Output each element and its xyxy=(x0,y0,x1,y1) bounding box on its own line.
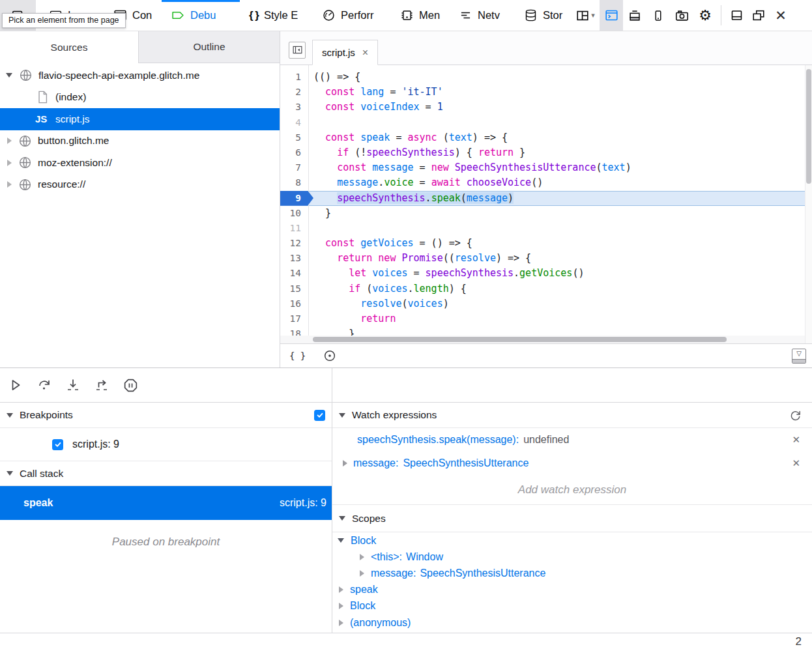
editor-tab-scriptjs[interactable]: script.js × xyxy=(312,40,378,65)
expander-open-icon[interactable] xyxy=(338,538,344,543)
line-number[interactable]: 6 xyxy=(280,145,308,160)
step-over-button[interactable] xyxy=(30,371,59,399)
expander-closed-icon[interactable] xyxy=(339,603,343,609)
device-button[interactable] xyxy=(646,0,670,31)
line-number[interactable]: 4 xyxy=(280,115,308,130)
layout-grid-button[interactable]: ▾ xyxy=(571,0,600,31)
expander-closed-icon[interactable] xyxy=(7,137,12,144)
breakpoint-item[interactable]: script.js: 9 xyxy=(0,428,332,461)
vertical-scroll-thumb[interactable] xyxy=(806,69,811,184)
callstack-frame-selected[interactable]: speak script.js: 9 xyxy=(0,486,332,520)
page-bottom-strip: 2 xyxy=(0,633,812,647)
breakpoints-header[interactable]: Breakpoints xyxy=(0,403,332,428)
debug-controls xyxy=(0,368,332,402)
step-in-button[interactable] xyxy=(59,371,87,399)
watch-expression-item[interactable]: speechSynthesis.speak(message): undefine… xyxy=(332,428,812,452)
scope-node-anonymous[interactable]: (anonymous) xyxy=(332,614,812,631)
sources-pane-tabs: Sources Outline xyxy=(0,31,280,63)
line-number[interactable]: 14 xyxy=(280,266,308,281)
source-tree-item-index[interactable]: (index) xyxy=(0,87,280,109)
split-console-button[interactable] xyxy=(600,0,623,31)
add-watch-expression[interactable]: Add watch expression xyxy=(332,475,812,505)
screenshot-button[interactable] xyxy=(670,0,693,31)
tab-network[interactable]: Netv xyxy=(450,0,515,31)
expander-closed-icon[interactable] xyxy=(343,460,347,467)
refresh-watch-button[interactable] xyxy=(789,409,802,422)
separate-window-button[interactable] xyxy=(747,0,770,31)
scopes-header[interactable]: Scopes xyxy=(332,505,812,532)
toggle-all-breakpoints-checkbox[interactable] xyxy=(314,410,325,421)
tab-debugger[interactable]: Debu xyxy=(162,0,240,31)
expander-closed-icon[interactable] xyxy=(339,586,343,593)
toolbar-separator xyxy=(721,5,721,25)
editor-vertical-scrollbar[interactable] xyxy=(805,65,812,343)
tab-style-editor[interactable]: { } Style E xyxy=(240,0,313,31)
scope-node-block2[interactable]: Block xyxy=(332,598,812,614)
editor-horizontal-scrollbar[interactable] xyxy=(280,336,805,343)
source-tree-item-resource[interactable]: resource:// xyxy=(0,174,280,196)
tab-outline[interactable]: Outline xyxy=(138,31,280,63)
line-number[interactable]: 1 xyxy=(280,70,308,85)
watch-expressions-header[interactable]: Watch expressions xyxy=(332,403,812,428)
code-text: message.voice = await chooseVoice() xyxy=(308,175,543,190)
expander-closed-icon[interactable] xyxy=(360,554,364,560)
horizontal-scroll-thumb[interactable] xyxy=(313,337,727,342)
tab-performance[interactable]: Perforr xyxy=(313,0,391,31)
line-number[interactable]: 7 xyxy=(280,160,308,175)
globe-icon xyxy=(18,134,32,148)
code-line: 15 if (voices.length) { xyxy=(280,281,812,296)
line-number[interactable]: 3 xyxy=(280,100,308,115)
expander-closed-icon[interactable] xyxy=(7,160,12,166)
dock-to-bottom-button[interactable] xyxy=(725,0,747,31)
callstack-header[interactable]: Call stack xyxy=(0,461,332,486)
tab-storage[interactable]: Stor xyxy=(515,0,571,31)
expander-closed-icon[interactable] xyxy=(360,570,364,577)
breakpoint-checkbox[interactable] xyxy=(52,439,63,450)
watch-expression-item[interactable]: message: SpeechSynthesisUtterance ✕ xyxy=(332,452,812,475)
remove-watch-icon[interactable]: ✕ xyxy=(792,457,800,469)
line-number[interactable]: 13 xyxy=(280,251,308,266)
resume-button[interactable] xyxy=(1,371,30,399)
scope-node-block[interactable]: Block xyxy=(332,532,812,549)
scope-node-this[interactable]: <this>: Window xyxy=(332,549,812,565)
memory-icon xyxy=(400,8,414,22)
line-number[interactable]: 11 xyxy=(280,221,308,236)
expander-open-icon[interactable] xyxy=(6,73,12,78)
tab-close-icon[interactable]: × xyxy=(362,47,368,59)
step-out-button[interactable] xyxy=(87,371,116,399)
sources-pane: Sources Outline flavio-speech-api-exampl… xyxy=(0,31,280,367)
settings-button[interactable]: ⚙ xyxy=(693,0,717,31)
source-label: (index) xyxy=(55,91,86,103)
line-number[interactable]: 8 xyxy=(280,175,308,190)
line-number[interactable]: 10 xyxy=(280,206,308,221)
scope-node-speak[interactable]: speak xyxy=(332,582,812,598)
pause-on-exceptions-button[interactable] xyxy=(116,371,145,399)
collapse-sources-pane-button[interactable] xyxy=(289,42,306,59)
blackbox-source-button[interactable] xyxy=(323,349,337,363)
expander-closed-icon[interactable] xyxy=(339,620,343,626)
tab-memory[interactable]: Men xyxy=(391,0,450,31)
paused-status: Paused on breakpoint xyxy=(0,536,332,549)
line-number[interactable]: 17 xyxy=(280,311,308,326)
close-devtools-button[interactable]: ✕ xyxy=(770,0,792,31)
breakpoint-line-number[interactable]: 9 xyxy=(280,191,308,206)
expander-closed-icon[interactable] xyxy=(7,181,12,188)
line-number[interactable]: 16 xyxy=(280,296,308,311)
scope-node-message[interactable]: message: SpeechSynthesisUtterance xyxy=(332,565,812,581)
expand-panes-button[interactable]: ▽ xyxy=(792,349,806,364)
pretty-print-button[interactable]: { } xyxy=(289,351,306,361)
remove-watch-icon[interactable]: ✕ xyxy=(792,434,800,446)
source-tree-item-button[interactable]: button.glitch.me xyxy=(0,130,280,152)
line-number[interactable]: 12 xyxy=(280,236,308,251)
line-number[interactable]: 2 xyxy=(280,85,308,100)
source-tree-item-scriptjs[interactable]: JS script.js xyxy=(0,108,280,130)
responsive-design-icon xyxy=(628,8,642,23)
devtools-toolbar: Insp Con Debu { } Style E xyxy=(0,0,812,31)
tab-sources[interactable]: Sources xyxy=(0,31,138,63)
tab-debugger-label: Debu xyxy=(190,9,216,22)
line-number[interactable]: 15 xyxy=(280,281,308,296)
line-number[interactable]: 5 xyxy=(280,130,308,145)
source-tree-item-mozextension[interactable]: moz-extension:// xyxy=(0,152,280,174)
source-tree-item-domain[interactable]: flavio-speech-api-example.glitch.me xyxy=(0,65,280,87)
responsive-design-button[interactable] xyxy=(623,0,646,31)
